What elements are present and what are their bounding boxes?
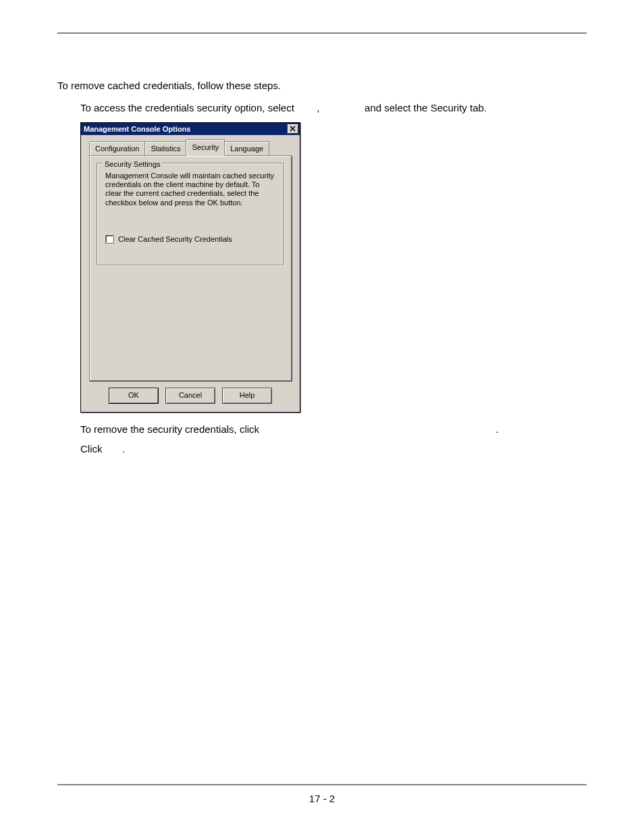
step-3: Click . — [80, 442, 587, 457]
group-legend: Security Settings — [103, 159, 163, 170]
dialog-body: Configuration Statistics Security Langua… — [81, 135, 300, 412]
cancel-button[interactable]: Cancel — [165, 388, 215, 404]
document-page: To remove cached credentials, follow the… — [0, 0, 644, 834]
step-1-comma: , — [317, 102, 319, 113]
header-rule — [57, 32, 587, 34]
step-1: To access the credentials security optio… — [80, 101, 587, 116]
dialog-titlebar[interactable]: Management Console Options — [81, 123, 300, 135]
tab-strip: Configuration Statistics Security Langua… — [89, 142, 292, 155]
clear-credentials-label: Clear Cached Security Credentials — [118, 234, 232, 245]
step-3-placeholder — [105, 443, 119, 454]
group-description: Management Console will maintain cached … — [105, 172, 275, 207]
step-3-end: . — [122, 443, 125, 454]
page-number: 17 - 2 — [0, 793, 644, 804]
tab-statistics[interactable]: Statistics — [144, 141, 186, 157]
options-dialog: Management Console Options Configuration… — [80, 122, 300, 413]
dialog-title: Management Console Options — [82, 124, 288, 135]
tab-configuration[interactable]: Configuration — [89, 141, 145, 157]
tab-panel-security: Security Settings Management Console wil… — [89, 155, 292, 381]
security-settings-group: Security Settings Management Console wil… — [97, 163, 284, 265]
step-1-b: and select the Security tab. — [365, 102, 487, 113]
help-button[interactable]: Help — [222, 388, 272, 404]
body-content: To remove cached credentials, follow the… — [57, 78, 587, 458]
step-3-a: Click — [80, 443, 105, 454]
ok-button[interactable]: OK — [109, 388, 159, 404]
close-icon[interactable] — [288, 124, 298, 134]
step-2-a: To remove the security credentials, clic… — [80, 423, 262, 435]
tab-security[interactable]: Security — [186, 139, 225, 157]
tab-language[interactable]: Language — [224, 141, 269, 157]
intro-text: To remove cached credentials, follow the… — [57, 78, 587, 94]
dialog-screenshot: Management Console Options Configuration… — [80, 122, 587, 413]
step-2: To remove the security credentials, clic… — [80, 422, 587, 438]
dialog-button-row: OK Cancel Help — [85, 388, 296, 404]
footer-rule — [57, 784, 587, 785]
step-2-end: . — [495, 423, 498, 435]
clear-credentials-row[interactable]: Clear Cached Security Credentials — [105, 234, 232, 245]
step-1-placeholder-2 — [323, 102, 362, 113]
step-2-placeholder — [262, 423, 493, 435]
step-1-a: To access the credentials security optio… — [80, 102, 297, 113]
step-1-placeholder-1 — [297, 102, 314, 113]
clear-credentials-checkbox[interactable] — [105, 235, 114, 244]
